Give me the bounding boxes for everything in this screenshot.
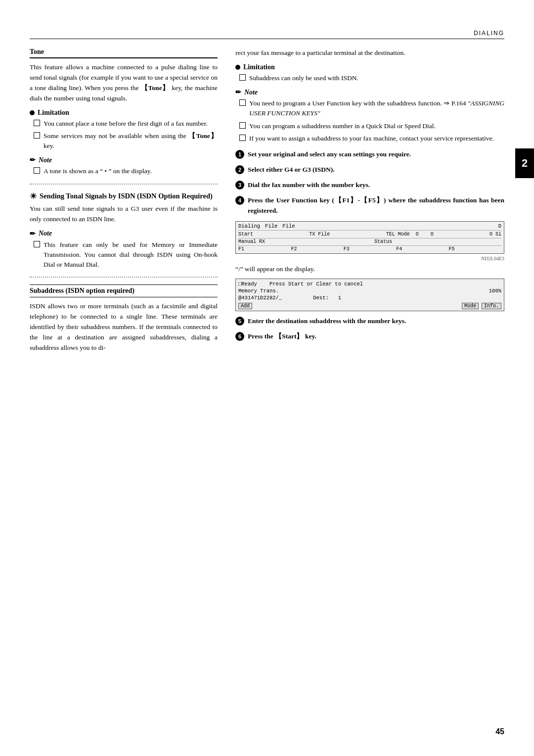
limitation-item-1: You cannot place a tone before the first… [30,119,218,129]
screen-display-1: Dialing File File D Start TX File TEL Mo… [235,221,504,254]
step-5: 5 Enter the destination subaddress with … [235,316,504,327]
screen2-row2: Memory Trans. 100% [238,287,501,294]
right-note-item-1: You need to program a User Function key … [235,98,504,119]
step-num-5: 5 [235,317,244,326]
step-num-3: 3 [235,181,244,189]
main-content: Tone This feature allows a machine conne… [30,48,504,357]
screen2-row1: □Ready Press Start or Clear to cancel [238,281,501,287]
screen-manual-rx: Manual RX [238,239,265,244]
sending-note-heading: ✏ Note [30,230,218,238]
screen-display-2: □Ready Press Start or Clear to cancel Me… [235,279,504,311]
checkbox-icon [34,167,40,174]
checkbox-icon [34,241,40,247]
note-item-1: A tone is shown as a “ • ” on the displa… [30,166,218,176]
tone-section-title: Tone [30,48,218,58]
tone-body: This feature allows a machine connected … [30,62,218,104]
subaddress-cont: rect your fax message to a particular te… [235,48,504,58]
sending-body: You can still send tone signals to a G3 … [30,204,218,225]
screen-f1: F1 [238,246,244,252]
screen2-dest-line: @431471D2282/_ Dest: 1 [238,295,341,301]
right-column: rect your fax message to a particular te… [235,48,504,357]
step-num-4: 4 [235,196,244,205]
section-label: DIALING [474,30,504,37]
screen-f2: F2 [291,246,297,252]
right-limitation-item-1: Subaddress can only be used with ISDN. [235,73,504,83]
sending-note-item-1: This feature can only be used for Memory… [30,240,218,270]
page-number: 45 [495,727,504,736]
checkbox-icon [34,132,40,139]
checkbox-icon [239,122,246,129]
screen2-ready: □Ready Press Start or Clear to cancel [238,281,363,287]
limitation-dot-icon [30,110,35,115]
subaddress-body: ISDN allows two or more terminals (such … [30,301,218,353]
screen-caption-1: ND2L04E3 [235,256,504,261]
step-2: 2 Select either G4 or G3 (ISDN). [235,165,504,175]
screen2-info-btn: Info. [482,303,501,309]
screen-label-file2: File [282,223,295,229]
step-num-2: 2 [235,165,244,174]
right-note-item-2: You can program a subaddress number in a… [235,121,504,131]
screen2-add-btn: Add [238,303,252,309]
screen-osi: O Si [490,232,501,237]
screen-label-d: D [498,223,501,229]
pencil-icon: ✏ [30,156,36,164]
note-heading: ✏ Note [30,156,218,164]
screen-f4: F4 [396,246,402,252]
limitation-item-2: Some services may not be available when … [30,131,218,151]
section-divider [30,184,218,185]
right-note-item-3: If you want to assign a subaddress to yo… [235,134,504,143]
screen2-pct: 100% [489,288,501,294]
checkbox-icon [239,135,246,141]
step-1: 1 Set your original and select any scan … [235,149,504,160]
checkbox-icon [34,120,40,126]
screen-status: Status [374,239,392,244]
checkbox-icon [239,99,246,106]
step-6: 6 Press the 【Start】 key. [235,331,504,342]
screen-f5: F5 [449,246,455,252]
screen2-memory: Memory Trans. [238,288,279,294]
pencil-icon: ✏ [235,88,241,96]
step-num-1: 1 [235,150,244,159]
screen-f3: F3 [344,246,350,252]
pencil-icon: ✏ [30,230,36,238]
screen-label-file1: File [265,223,277,229]
screen-tel-mode: TEL Mode O O [386,232,434,237]
screen-txfile: TX File [309,232,330,237]
sending-section-title: ☀ Sending Tonal Signals by ISDN (ISDN Op… [30,191,218,201]
right-note-heading: ✏ Note [235,88,504,96]
right-limitation-heading: Limitation [235,63,504,71]
page-header: DIALING [30,30,504,39]
page: DIALING 2 Tone This feature allows a mac… [0,0,534,756]
screen-top-row: Dialing File File D [238,223,501,231]
limitation-heading: Limitation [30,109,218,117]
section-divider-2 [30,277,218,278]
screen2-mode-btn: Mode [462,303,479,309]
slash-note: “/” will appear on the display. [235,264,504,275]
screen-label-dialing: Dialing [238,223,260,229]
chapter-tab: 2 [515,148,534,178]
left-column: Tone This feature allows a machine conne… [30,48,218,357]
sun-icon: ☀ [30,191,37,201]
limitation-dot-icon [235,65,240,70]
step-3: 3 Dial the fax number with the number ke… [235,180,504,190]
step-num-6: 6 [235,332,244,341]
checkbox-icon [239,74,246,81]
step-4: 4 Press the User Function key (【F1】-【F5】… [235,195,504,216]
screen-start: Start [238,232,253,237]
subaddress-section-title: Subaddress (ISDN option required) [30,284,218,297]
screen2-row3: @431471D2282/_ Dest: 1 [238,294,501,301]
